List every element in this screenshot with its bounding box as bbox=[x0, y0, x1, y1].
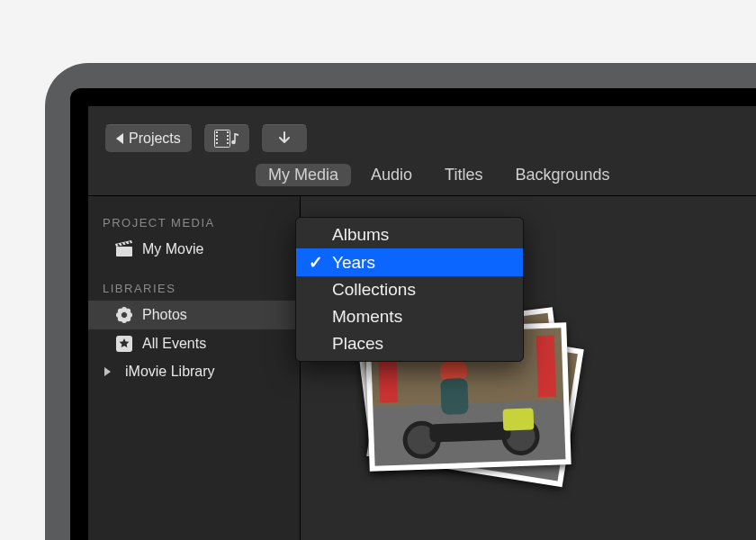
photos-view-dropdown: Albums ✓ Years Collections Moments Place… bbox=[295, 217, 524, 362]
menu-item-years[interactable]: ✓ Years bbox=[296, 248, 523, 276]
svg-rect-6 bbox=[227, 135, 229, 137]
menu-item-label: Collections bbox=[332, 280, 416, 300]
sidebar-section-libraries: LIBRARIES bbox=[88, 276, 300, 301]
svg-point-18 bbox=[125, 316, 130, 321]
media-button[interactable] bbox=[203, 124, 250, 153]
checkmark-icon: ✓ bbox=[309, 252, 323, 273]
svg-rect-2 bbox=[216, 135, 218, 137]
sidebar-item-all-events[interactable]: All Events bbox=[88, 329, 300, 358]
svg-point-15 bbox=[118, 309, 123, 314]
sidebar: PROJECT MEDIA My Movie LIBRARIES Photos bbox=[88, 196, 301, 540]
disclosure-triangle-icon[interactable] bbox=[104, 367, 111, 376]
svg-rect-1 bbox=[216, 131, 218, 133]
sidebar-section-project-media: PROJECT MEDIA bbox=[88, 211, 300, 235]
sidebar-item-label: iMovie Library bbox=[125, 364, 215, 380]
sidebar-item-label: All Events bbox=[142, 336, 206, 352]
star-box-icon bbox=[115, 335, 133, 353]
back-button-label: Projects bbox=[129, 130, 181, 147]
menu-item-label: Years bbox=[332, 253, 375, 273]
svg-rect-7 bbox=[227, 139, 229, 140]
menu-item-label: Moments bbox=[332, 307, 402, 327]
chevron-left-icon bbox=[116, 133, 123, 144]
menu-item-albums[interactable]: Albums bbox=[296, 221, 523, 248]
tab-backgrounds[interactable]: Backgrounds bbox=[515, 166, 609, 184]
sidebar-item-imovie-library[interactable]: iMovie Library bbox=[88, 358, 300, 385]
svg-rect-8 bbox=[227, 142, 229, 144]
svg-point-17 bbox=[118, 316, 123, 321]
tab-my-media[interactable]: My Media bbox=[256, 164, 351, 186]
tab-audio[interactable]: Audio bbox=[371, 166, 412, 184]
tab-titles[interactable]: Titles bbox=[445, 166, 482, 184]
svg-point-9 bbox=[231, 140, 236, 145]
menu-item-collections[interactable]: Collections bbox=[296, 276, 523, 303]
clapperboard-icon bbox=[115, 240, 133, 258]
svg-rect-3 bbox=[216, 139, 218, 140]
filmstrip-music-icon bbox=[214, 130, 239, 148]
sidebar-item-label: Photos bbox=[142, 307, 187, 323]
svg-rect-10 bbox=[116, 247, 132, 256]
import-button[interactable] bbox=[261, 124, 308, 153]
media-tabs: My Media Audio Titles Backgrounds bbox=[88, 166, 756, 195]
photos-app-icon bbox=[115, 306, 133, 324]
toolbar: Projects bbox=[88, 106, 756, 166]
menu-item-label: Places bbox=[332, 334, 383, 354]
sidebar-item-my-movie[interactable]: My Movie bbox=[88, 235, 300, 264]
menu-item-label: Albums bbox=[332, 225, 389, 245]
sidebar-item-label: My Movie bbox=[142, 241, 203, 257]
svg-rect-5 bbox=[227, 131, 229, 133]
svg-point-16 bbox=[125, 309, 130, 314]
sidebar-item-photos[interactable]: Photos bbox=[88, 301, 300, 329]
menu-item-moments[interactable]: Moments bbox=[296, 303, 523, 330]
back-button[interactable]: Projects bbox=[104, 124, 193, 153]
download-arrow-icon bbox=[276, 130, 292, 147]
svg-rect-4 bbox=[216, 142, 218, 144]
menu-item-places[interactable]: Places bbox=[296, 330, 523, 357]
